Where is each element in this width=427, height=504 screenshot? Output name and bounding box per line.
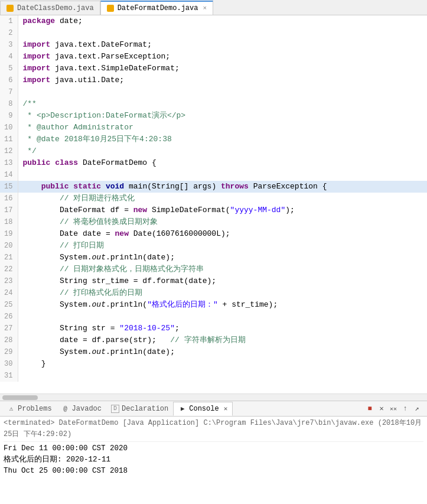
line-number: 23 xyxy=(0,275,18,287)
line-content: * <p>Description:DateFormat演示</p> xyxy=(18,110,427,122)
line-content: * @date 2018年10月25日下午4:20:38 xyxy=(18,134,427,145)
line-content: System.out.println(date); xyxy=(18,252,427,264)
table-row: 31 xyxy=(0,370,427,382)
table-row: 28 date = df.parse(str); // 字符串解析为日期 xyxy=(0,334,427,346)
line-number: 21 xyxy=(0,252,18,264)
line-number: 22 xyxy=(0,264,18,275)
line-number: 19 xyxy=(0,228,18,240)
line-number: 12 xyxy=(0,145,18,157)
line-number: 26 xyxy=(0,311,18,323)
line-content: System.out.println("格式化后的日期：" + str_time… xyxy=(18,299,427,311)
code-table: 1 package date; 2 3 import java.text.Dat… xyxy=(0,15,427,382)
line-content: // 将毫秒值转换成日期对象 xyxy=(18,216,427,228)
line-number: 2 xyxy=(0,27,18,39)
tab-close-button[interactable]: × xyxy=(203,5,207,12)
tab-javadoc[interactable]: @ Javadoc xyxy=(57,402,106,416)
line-content xyxy=(18,370,427,382)
table-row: 30 } xyxy=(0,358,427,370)
close-all-button[interactable]: ✕✕ xyxy=(388,404,399,414)
line-content: // 打印格式化后的日期 xyxy=(18,287,427,299)
scrollbar-thumb[interactable] xyxy=(2,395,38,400)
table-row: 20 // 打印日期 xyxy=(0,240,427,252)
line-number: 30 xyxy=(0,358,18,370)
line-content: // 打印日期 xyxy=(18,240,427,252)
line-number: 29 xyxy=(0,346,18,358)
horizontal-scrollbar[interactable] xyxy=(0,394,427,401)
table-row: 21 System.out.println(date); xyxy=(0,252,427,264)
tab-label: DateClassDemo.java xyxy=(17,4,94,12)
line-number: 5 xyxy=(0,63,18,74)
table-row: 26 xyxy=(0,311,427,323)
table-row: 3 import java.text.DateFormat; xyxy=(0,39,427,51)
java-file-icon xyxy=(6,5,14,12)
table-row: 19 Date date = new Date(1607616000000L); xyxy=(0,228,427,240)
open-button[interactable]: ↗ xyxy=(412,404,422,414)
tab-label-javadoc: Javadoc xyxy=(72,405,102,413)
line-content: * @author Administrator xyxy=(18,122,427,134)
console-alt-label: ✕ xyxy=(224,405,228,412)
stop-button[interactable]: ■ xyxy=(364,404,375,414)
table-row: 7 xyxy=(0,86,427,98)
declaration-icon: D xyxy=(111,405,119,413)
table-row: 11 * @date 2018年10月25日下午4:20:38 xyxy=(0,134,427,145)
line-number: 13 xyxy=(0,157,18,169)
bottom-tab-bar: ⚠ Problems @ Javadoc D Declaration ▶ Con… xyxy=(0,401,427,417)
line-number: 25 xyxy=(0,299,18,311)
table-row: 24 // 打印格式化后的日期 xyxy=(0,287,427,299)
line-content: import java.util.Date; xyxy=(18,74,427,86)
line-content xyxy=(18,169,427,181)
tab-console[interactable]: ▶ Console ✕ xyxy=(173,402,233,416)
console-output-line-2: 格式化后的日期: 2020-12-11 xyxy=(4,454,423,466)
console-output-line-3: Thu Oct 25 00:00:00 CST 2018 xyxy=(4,466,423,477)
table-row: 15 public static void main(String[] args… xyxy=(0,181,427,193)
table-row: 16 // 对日期进行格式化 xyxy=(0,193,427,204)
line-number: 7 xyxy=(0,86,18,98)
javadoc-icon: @ xyxy=(61,405,70,413)
table-row: 29 System.out.println(date); xyxy=(0,346,427,358)
tab-declaration[interactable]: D Declaration xyxy=(106,402,173,416)
table-row: 14 xyxy=(0,169,427,181)
line-content xyxy=(18,311,427,323)
line-content: Date date = new Date(1607616000000L); xyxy=(18,228,427,240)
console-toolbar: ■ ✕ ✕✕ ↑ ↗ xyxy=(364,404,425,414)
tab-dateformatdemo[interactable]: DateFormatDemo.java × xyxy=(100,1,213,15)
line-number: 1 xyxy=(0,15,18,27)
table-row: 12 */ xyxy=(0,145,427,157)
java-file-icon-active xyxy=(107,5,114,12)
pin-button[interactable]: ↑ xyxy=(400,404,410,414)
close-button[interactable]: ✕ xyxy=(376,404,387,414)
line-number: 27 xyxy=(0,323,18,334)
tab-problems[interactable]: ⚠ Problems xyxy=(2,402,57,416)
line-content: } xyxy=(18,358,427,370)
table-row: 13 public class DateFormatDemo { xyxy=(0,157,427,169)
table-row: 4 import java.text.ParseException; xyxy=(0,51,427,63)
line-content xyxy=(18,27,427,39)
table-row: 17 DateFormat df = new SimpleDateFormat(… xyxy=(0,204,427,216)
tab-label-console: Console xyxy=(189,405,219,413)
line-content: /** xyxy=(18,98,427,110)
line-number: 16 xyxy=(0,193,18,204)
table-row: 9 * <p>Description:DateFormat演示</p> xyxy=(0,110,427,122)
line-content: import java.text.DateFormat; xyxy=(18,39,427,51)
table-row: 8 /** xyxy=(0,98,427,110)
line-content: // 日期对象格式化，日期格式化为字符串 xyxy=(18,264,427,275)
line-number: 20 xyxy=(0,240,18,252)
console-output-area: <terminated> DateFormatDemo [Java Applic… xyxy=(0,417,427,504)
line-content: */ xyxy=(18,145,427,157)
table-row: 1 package date; xyxy=(0,15,427,27)
tab-bar: DateClassDemo.java DateFormatDemo.java × xyxy=(0,0,427,15)
tab-dateclassdemo[interactable]: DateClassDemo.java xyxy=(0,1,100,15)
console-terminated-line: <terminated> DateFormatDemo [Java Applic… xyxy=(4,418,423,442)
tab-label-active: DateFormatDemo.java xyxy=(118,4,198,12)
table-row: 5 import java.text.SimpleDateFormat; xyxy=(0,63,427,74)
line-number: 3 xyxy=(0,39,18,51)
line-content: System.out.println(date); xyxy=(18,346,427,358)
console-output-line-1: Fri Dec 11 00:00:00 CST 2020 xyxy=(4,443,423,454)
line-content: public static void main(String[] args) t… xyxy=(18,181,427,193)
editor-area: 1 package date; 2 3 import java.text.Dat… xyxy=(0,15,427,394)
line-content: String str_time = df.format(date); xyxy=(18,275,427,287)
table-row: 6 import java.util.Date; xyxy=(0,74,427,86)
line-number: 8 xyxy=(0,98,18,110)
line-number: 24 xyxy=(0,287,18,299)
line-content: String str = "2018-10-25"; xyxy=(18,323,427,334)
